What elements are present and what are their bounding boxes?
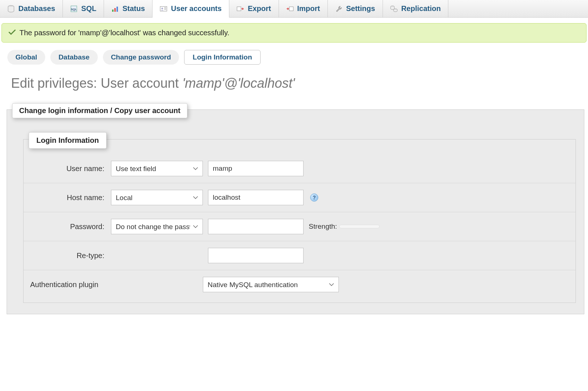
inner-legend: Login Information bbox=[29, 132, 107, 149]
svg-rect-11 bbox=[237, 7, 241, 11]
row-retype: Re-type: bbox=[24, 241, 576, 270]
login-information-panel: Login Information User name: Use text fi… bbox=[23, 139, 576, 303]
database-icon bbox=[7, 5, 15, 12]
retype-input[interactable] bbox=[208, 248, 304, 263]
nav-user-accounts-label: User accounts bbox=[171, 4, 222, 13]
svg-rect-5 bbox=[116, 7, 118, 12]
row-hostname: Host name: Local ? bbox=[24, 183, 576, 212]
password-label: Password: bbox=[26, 222, 111, 231]
nav-settings-label: Settings bbox=[346, 4, 375, 13]
subnav-login-information[interactable]: Login Information bbox=[184, 50, 260, 65]
svg-rect-3 bbox=[112, 10, 114, 12]
strength-bar bbox=[339, 225, 380, 228]
subnav-change-password[interactable]: Change password bbox=[103, 50, 179, 65]
hostname-mode-select[interactable]: Local bbox=[111, 190, 203, 205]
outer-legend: Change login information / Copy user acc… bbox=[12, 103, 187, 118]
nav-settings[interactable]: Settings bbox=[328, 0, 383, 17]
svg-text:SQL: SQL bbox=[71, 8, 77, 11]
success-message: The password for 'mamp'@'localhost' was … bbox=[1, 23, 587, 43]
nav-export-label: Export bbox=[248, 4, 271, 13]
nav-replication-label: Replication bbox=[401, 4, 441, 13]
nav-databases-label: Databases bbox=[18, 4, 55, 13]
svg-rect-12 bbox=[289, 7, 293, 11]
row-password: Password: Do not change the password Str… bbox=[24, 212, 576, 241]
help-icon[interactable]: ? bbox=[310, 193, 318, 202]
page-heading: Edit privileges: User account 'mamp'@'lo… bbox=[0, 72, 588, 102]
strength-label: Strength: bbox=[309, 222, 337, 231]
success-text: The password for 'mamp'@'localhost' was … bbox=[19, 29, 229, 37]
nav-status[interactable]: Status bbox=[104, 0, 153, 17]
auth-label: Authentication plugin bbox=[26, 280, 203, 289]
password-mode-select[interactable]: Do not change the password bbox=[111, 219, 203, 234]
subnav-global[interactable]: Global bbox=[7, 50, 45, 65]
top-nav: Databases SQL SQL Status User accounts E… bbox=[0, 0, 588, 18]
sub-nav: Global Database Change password Login In… bbox=[0, 50, 588, 72]
check-icon bbox=[8, 29, 16, 37]
status-icon bbox=[111, 5, 119, 12]
user-accounts-icon bbox=[160, 5, 167, 12]
subnav-database[interactable]: Database bbox=[50, 50, 98, 65]
nav-import[interactable]: Import bbox=[279, 0, 328, 17]
username-mode-select[interactable]: Use text field bbox=[111, 161, 203, 176]
svg-rect-4 bbox=[114, 8, 116, 12]
password-input[interactable] bbox=[208, 219, 304, 234]
username-input[interactable] bbox=[208, 161, 304, 176]
row-auth-plugin: Authentication plugin Native MySQL authe… bbox=[24, 270, 576, 299]
retype-label: Re-type: bbox=[26, 251, 111, 260]
wrench-icon bbox=[335, 5, 343, 12]
replication-icon bbox=[390, 5, 398, 12]
export-icon bbox=[237, 5, 244, 12]
nav-replication[interactable]: Replication bbox=[383, 0, 449, 17]
nav-import-label: Import bbox=[297, 4, 320, 13]
heading-prefix: Edit privileges: User account bbox=[11, 76, 182, 91]
change-login-panel: Change login information / Copy user acc… bbox=[7, 109, 584, 314]
svg-point-7 bbox=[161, 7, 163, 9]
hostname-input[interactable] bbox=[208, 190, 304, 205]
nav-user-accounts[interactable]: User accounts bbox=[153, 0, 229, 18]
nav-status-label: Status bbox=[122, 4, 145, 13]
nav-sql-label: SQL bbox=[81, 4, 96, 13]
nav-sql[interactable]: SQL SQL bbox=[63, 0, 104, 17]
strength-area: Strength: bbox=[309, 222, 380, 231]
auth-plugin-select[interactable]: Native MySQL authentication bbox=[203, 277, 339, 292]
sql-icon: SQL bbox=[70, 5, 78, 12]
nav-export[interactable]: Export bbox=[229, 0, 279, 17]
row-username: User name: Use text field bbox=[24, 154, 576, 183]
username-label: User name: bbox=[26, 164, 111, 173]
hostname-label: Host name: bbox=[26, 193, 111, 202]
heading-account: 'mamp'@'localhost' bbox=[182, 76, 295, 91]
import-icon bbox=[286, 5, 294, 12]
nav-databases[interactable]: Databases bbox=[0, 0, 63, 17]
